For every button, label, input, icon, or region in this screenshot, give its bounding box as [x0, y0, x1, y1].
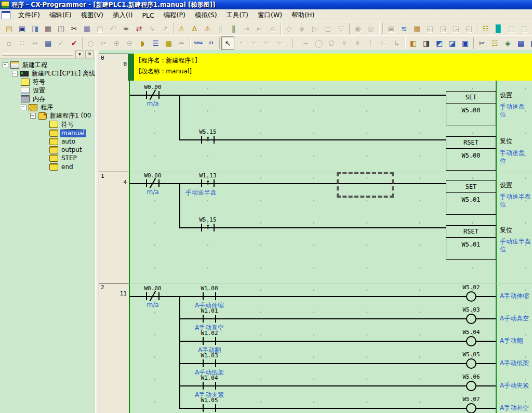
tree-item-programs[interactable]: 程序 — [0, 103, 95, 111]
tree-item-section-manual[interactable]: manual — [0, 128, 95, 137]
rung-margin-0[interactable]: 0 0 — [99, 54, 130, 172]
find-down-button: ⇘ — [145, 22, 158, 35]
no-contact[interactable]: W1.02 A手动翻 — [203, 337, 216, 345]
print-preview-button[interactable]: ◫ — [55, 22, 68, 35]
output-coil[interactable]: W5.06 — [466, 381, 476, 391]
tree-expander[interactable] — [12, 71, 18, 76]
output-coil[interactable]: W5.07 — [466, 403, 476, 413]
menu-view[interactable]: 视图(V) — [76, 10, 108, 21]
rising-contact[interactable]: ↑ W1.13 手动送半盘 — [201, 179, 215, 187]
instruction-name: RSET — [446, 226, 496, 238]
save-button[interactable]: ▣ — [16, 22, 29, 35]
tree-expander[interactable] — [30, 113, 36, 119]
io-table-button[interactable]: ▉ — [492, 22, 505, 35]
set-instruction-block[interactable]: SET W5.01 — [446, 180, 496, 215]
ci-view-button[interactable]: CI — [205, 36, 218, 50]
window-check-button: ◲ — [449, 22, 462, 35]
set-instruction-block[interactable]: SET W5.00 — [446, 91, 496, 125]
output-coil[interactable]: W5.03 — [466, 314, 476, 324]
nc-contact[interactable]: W0.00 m/a — [146, 91, 159, 99]
rising-contact[interactable]: ↑ W5.15 — [201, 136, 215, 144]
online-check-button[interactable]: ⚠ — [201, 22, 214, 35]
tree-item-memory[interactable]: 内存 — [0, 95, 95, 103]
tree-item-program1-symbols[interactable]: 符号 — [0, 120, 95, 128]
pause-button[interactable]: ‖ — [227, 22, 240, 35]
panel-dropdown-button[interactable]: ▾ — [75, 50, 84, 58]
menu-edit[interactable]: 编辑(E) — [45, 10, 76, 21]
symbols-window-button[interactable]: ☷ — [488, 36, 501, 50]
rising-contact[interactable]: ↑ W5.15 — [201, 224, 215, 231]
panel-close-button[interactable]: ✕ — [85, 50, 94, 58]
nc-contact[interactable]: W0.00 m/a — [146, 292, 159, 300]
no-contact[interactable]: W1.03 A手动纸架 — [203, 359, 216, 367]
menu-file[interactable]: 文件(F) — [14, 10, 45, 21]
select-tool-button[interactable]: ↖ — [221, 36, 234, 50]
output-window-button[interactable]: ▤ — [514, 36, 527, 50]
cross-reference-button[interactable]: ☷ — [479, 22, 492, 35]
tree-item-section-end[interactable]: end — [0, 163, 95, 171]
build-window-button[interactable]: ◨ — [420, 36, 433, 50]
rung-margin-1[interactable]: 1 4 — [99, 172, 130, 283]
rset-instruction-block[interactable]: RSET W5.01 — [446, 225, 496, 260]
contact-address: W0.00 — [144, 285, 161, 292]
edit-tools-button[interactable]: ✂ — [475, 36, 488, 50]
find-button[interactable]: ∞ — [119, 22, 132, 35]
replace-button[interactable]: ⇄ — [132, 22, 145, 35]
timechart-button[interactable]: ▦ — [410, 22, 423, 35]
print-button[interactable]: ▦ — [42, 22, 55, 35]
no-contact[interactable]: W1.05 A手动补空 — [203, 404, 216, 412]
show-rung-annotation-button[interactable]: ☰ — [149, 36, 162, 50]
copy-button[interactable]: ▥ — [81, 22, 94, 35]
output-coil[interactable]: W5.02 — [466, 291, 476, 302]
tree-item-settings[interactable]: 设置 — [0, 86, 95, 95]
tree-item-section-output[interactable]: output — [0, 146, 95, 154]
compile-button[interactable]: ⚠ — [175, 22, 188, 35]
output-coil[interactable]: W5.05 — [466, 358, 476, 369]
selection-cursor[interactable] — [337, 172, 394, 198]
no-contact[interactable]: W1.01 A手动真空 — [203, 315, 216, 322]
open-button[interactable]: ▤ — [3, 22, 16, 35]
menu-simulate[interactable]: 模拟(S) — [190, 10, 222, 21]
wire — [179, 227, 446, 228]
mnemonic-view-button[interactable]: SMA — [192, 36, 205, 50]
memory-window-button[interactable]: ▦ — [527, 36, 532, 50]
output-coil[interactable]: W5.04 — [466, 336, 476, 346]
page-setup-button[interactable]: ◨ — [29, 22, 42, 35]
rset-instruction-block[interactable]: RSET W5.00 — [446, 136, 496, 171]
search-window-button[interactable]: ◩ — [433, 36, 446, 50]
layers-button[interactable]: ≋ — [397, 22, 410, 35]
tree-expander[interactable] — [21, 105, 26, 110]
no-contact[interactable]: W1.00 A手动伸缩 — [203, 292, 216, 300]
menu-program[interactable]: 编程(P) — [159, 10, 190, 21]
tree-item-plc[interactable]: 新建PLC1[CP1E] 离线 — [0, 69, 95, 78]
no-contact[interactable]: W1.04 A手动夹紧 — [203, 382, 216, 390]
tree-item-section-auto[interactable]: auto — [0, 137, 95, 146]
tree-item-program1[interactable]: 新建程序1 (00 — [0, 112, 95, 120]
tree-item-section-step[interactable]: STEP — [0, 154, 95, 162]
tree-item-symbols[interactable]: 符号 — [0, 78, 95, 86]
local-symbol-table-button[interactable]: ▤ — [42, 36, 55, 50]
nc-contact[interactable]: W0.00 m/a — [146, 179, 159, 187]
network-window-button[interactable]: ◪ — [446, 36, 459, 50]
menu-tools[interactable]: 工具(T) — [222, 10, 253, 21]
tree-expander[interactable] — [3, 62, 8, 68]
menu-window[interactable]: 窗口(W) — [253, 10, 287, 21]
program-name-text: [程序名 : 新建程序1] — [139, 56, 197, 65]
cut-button[interactable]: ✂ — [68, 22, 81, 35]
menu-insert[interactable]: 插入(I) — [108, 10, 137, 21]
explorer-window-button[interactable]: ◧ — [407, 36, 420, 50]
ladder-window-icon[interactable] — [2, 11, 10, 19]
menu-plc[interactable]: PLC — [137, 10, 158, 20]
dialog-window-button[interactable]: ▣ — [459, 36, 472, 50]
grid-button[interactable]: ▦ — [162, 36, 175, 50]
rung-margin-2[interactable]: 2 11 — [99, 283, 130, 413]
panel-grip[interactable] — [2, 53, 73, 56]
menu-help[interactable]: 帮助(H) — [287, 10, 319, 21]
tree-item-project[interactable]: 新建工程 — [0, 61, 95, 69]
wire — [179, 363, 496, 364]
compile-all-button[interactable]: ∆ — [188, 22, 201, 35]
watch-window-button[interactable]: ◈ — [501, 36, 514, 50]
rung-number: 1 — [101, 173, 104, 179]
validate-button[interactable]: ✔ — [68, 36, 81, 50]
show-comments-button[interactable]: ◗ — [136, 36, 149, 50]
